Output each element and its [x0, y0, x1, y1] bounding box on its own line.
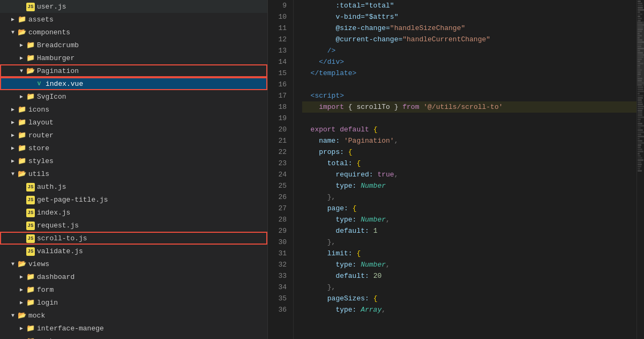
code-line: total: { — [302, 158, 636, 169]
code-token: script — [314, 90, 340, 101]
sidebar-item-mock[interactable]: 📂mock — [0, 309, 267, 322]
code-token: Array — [361, 304, 381, 315]
code-token: { — [373, 124, 378, 135]
sidebar-item-router[interactable]: 📁router — [0, 129, 267, 142]
minimap-line — [638, 35, 642, 36]
arrow-icon — [17, 286, 26, 293]
minimap-line — [638, 104, 643, 105]
code-token: { — [373, 293, 378, 304]
line-number: 22 — [272, 146, 287, 158]
code-token: 'Pagination' — [344, 135, 394, 146]
sidebar-item-icons[interactable]: 📁icons — [0, 103, 267, 116]
item-label: mock — [28, 312, 267, 320]
sidebar-item-dashboard[interactable]: 📁dashboard — [0, 270, 267, 283]
sidebar-item-get-page-title-js[interactable]: JSget-page-title.js — [0, 193, 267, 206]
minimap-line — [638, 138, 640, 139]
minimap-line — [638, 20, 641, 21]
folder-icon: 📁 — [17, 131, 27, 139]
folder-icon: 📁 — [17, 144, 27, 152]
minimap-line — [638, 31, 642, 32]
minimap-line — [638, 82, 644, 84]
sidebar-item-hamburger[interactable]: 📁Hamburger — [0, 51, 267, 64]
code-token: true — [377, 169, 394, 180]
line-number: 17 — [272, 90, 287, 101]
code-line: @size-change="handleSizeChange" — [302, 23, 636, 34]
minimap-line — [638, 125, 644, 127]
minimap-line — [638, 91, 644, 92]
sidebar-item-views[interactable]: 📂views — [0, 257, 267, 270]
js-file-icon: JS — [26, 221, 35, 230]
minimap-line — [638, 48, 644, 49]
item-label: request.js — [37, 222, 267, 230]
code-token: default: — [302, 225, 373, 237]
minimap-line — [638, 18, 642, 19]
sidebar-item-styles[interactable]: 📁styles — [0, 154, 267, 167]
minimap-line — [638, 71, 641, 73]
minimap-line — [638, 89, 643, 90]
line-number: 28 — [272, 214, 287, 225]
sidebar-item-components[interactable]: 📂components — [0, 26, 267, 39]
minimap-line — [638, 97, 643, 99]
minimap-line — [638, 37, 640, 39]
line-number: 35 — [272, 293, 287, 304]
arrow-icon — [17, 55, 26, 61]
arrow-icon — [17, 274, 26, 280]
sidebar-item-utils[interactable]: 📂utils — [0, 167, 267, 180]
item-label: dashboard — [37, 273, 267, 281]
minimap-line — [638, 119, 641, 120]
code-token: { scrollTo } — [348, 101, 399, 113]
sidebar-item-user-js[interactable]: JSuser.js — [0, 0, 267, 13]
sidebar-item-assets[interactable]: 📁assets — [0, 13, 267, 26]
minimap-line — [638, 24, 644, 26]
code-token: Number — [361, 259, 386, 270]
code-token: pageSizes: — [302, 293, 373, 304]
code-token: export default — [302, 124, 373, 135]
sidebar-item-validate-js[interactable]: JSvalidate.js — [0, 245, 267, 257]
item-label: utils — [28, 170, 267, 178]
minimap-line — [638, 78, 642, 79]
sidebar-item-store[interactable]: 📁store — [0, 142, 267, 154]
folder-icon: 📂 — [17, 28, 27, 36]
line-number: 36 — [272, 304, 287, 315]
minimap-line — [638, 168, 640, 170]
sidebar-item-request-js[interactable]: JSrequest.js — [0, 219, 267, 232]
sidebar-item-index-vue[interactable]: Vindex.vue — [0, 77, 267, 90]
folder-icon: 📂 — [26, 67, 35, 75]
code-token: , — [394, 169, 399, 180]
sidebar-item-login[interactable]: 📁login — [0, 296, 267, 309]
code-line: type: Number, — [302, 259, 636, 270]
minimap-line — [638, 50, 640, 51]
minimap-line — [638, 161, 641, 163]
item-label: interface-manege — [37, 325, 267, 333]
sidebar-item-svgicon[interactable]: 📁SvgIcon — [0, 90, 267, 103]
code-line: }, — [302, 237, 636, 248]
code-token: default: — [302, 270, 373, 282]
folder-icon: 📁 — [26, 298, 35, 307]
minimap-line — [638, 13, 642, 15]
folder-icon: 📁 — [17, 118, 27, 127]
code-line: default: 1 — [302, 225, 636, 237]
sidebar-item-layout[interactable]: 📁layout — [0, 116, 267, 129]
minimap-line — [638, 22, 642, 24]
sidebar-item-index-js[interactable]: JSindex.js — [0, 206, 267, 219]
sidebar-item-pagination[interactable]: 📂Pagination — [0, 64, 267, 77]
minimap-line — [638, 166, 641, 167]
code-line: limit: { — [302, 248, 636, 259]
sidebar-item-breadcrumb[interactable]: 📁Breadcrumb — [0, 39, 267, 51]
item-label: mock-manage — [37, 337, 267, 340]
minimap-line — [638, 43, 642, 45]
sidebar-item-form[interactable]: 📁form — [0, 283, 267, 296]
minimap-line — [638, 61, 640, 62]
code-token: import — [302, 101, 348, 113]
sidebar-item-auth-js[interactable]: JSauth.js — [0, 180, 267, 193]
sidebar-item-scroll-to-js[interactable]: JSscroll-to.js — [0, 232, 267, 245]
code-line: </div> — [302, 56, 636, 68]
code-token: , — [386, 214, 390, 225]
code-token: required: — [302, 169, 377, 180]
line-number: 32 — [272, 259, 287, 270]
item-label: Pagination — [37, 67, 267, 75]
line-number: 26 — [272, 191, 287, 203]
sidebar-item-interface-manege[interactable]: 📁interface-manege — [0, 322, 267, 335]
minimap-line — [638, 101, 642, 103]
sidebar-item-mock-manage[interactable]: 📁mock-manage — [0, 335, 267, 339]
